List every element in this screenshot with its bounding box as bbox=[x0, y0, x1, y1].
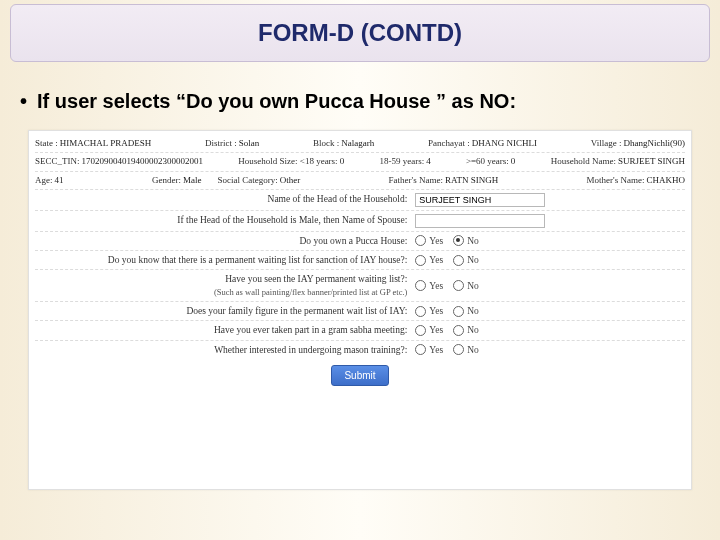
gram-label: Have you ever taken part in a gram sabha… bbox=[35, 324, 415, 336]
block-label: Block : bbox=[313, 138, 339, 149]
pucca-yes-radio[interactable]: Yes bbox=[415, 235, 443, 247]
title-text: FORM-D (CONTD) bbox=[258, 19, 462, 47]
radio-icon bbox=[453, 325, 464, 336]
form-screenshot: State :HIMACHAL PRADESH District :Solan … bbox=[28, 130, 692, 490]
info-row-1: State :HIMACHAL PRADESH District :Solan … bbox=[35, 135, 685, 153]
block-value: Nalagarh bbox=[341, 138, 374, 149]
yes-label: Yes bbox=[429, 280, 443, 292]
seen-label: Have you seen the IAY permanent waiting … bbox=[35, 273, 415, 298]
no-label: No bbox=[467, 305, 479, 317]
village-value: DhangNichli(90) bbox=[624, 138, 685, 149]
spouse-input[interactable] bbox=[415, 214, 545, 228]
no-label: No bbox=[467, 324, 479, 336]
pucca-no-radio[interactable]: No bbox=[453, 235, 479, 247]
gram-no-radio[interactable]: No bbox=[453, 324, 479, 336]
age60-cell: >=60 years:0 bbox=[466, 156, 515, 167]
yes-label: Yes bbox=[429, 324, 443, 336]
social-cell: Social Category:Other bbox=[217, 175, 300, 186]
hhsize-value: 0 bbox=[340, 156, 345, 167]
seen-row: Have you seen the IAY permanent waiting … bbox=[35, 270, 685, 302]
radio-icon bbox=[415, 306, 426, 317]
radio-icon bbox=[415, 235, 426, 246]
radio-icon bbox=[415, 280, 426, 291]
state-value: HIMACHAL PRADESH bbox=[60, 138, 151, 149]
panchayat-value: DHANG NICHLI bbox=[472, 138, 537, 149]
panchayat-label: Panchayat : bbox=[428, 138, 470, 149]
social-value: Other bbox=[280, 175, 301, 186]
head-row: Name of the Head of the Household: bbox=[35, 190, 685, 211]
state-label: State : bbox=[35, 138, 58, 149]
bullet-text: If user selects “Do you own Pucca House … bbox=[37, 90, 516, 112]
yes-label: Yes bbox=[429, 254, 443, 266]
hhname-label: Household Name: bbox=[551, 156, 616, 167]
block-cell: Block :Nalagarh bbox=[313, 138, 374, 149]
age60-label: >=60 years: bbox=[466, 156, 509, 167]
bullet-line: •If user selects “Do you own Pucca House… bbox=[20, 90, 700, 113]
spouse-label: If the Head of the Household is Male, th… bbox=[35, 214, 415, 228]
mother-value: CHAKHO bbox=[646, 175, 685, 186]
figure-yes-radio[interactable]: Yes bbox=[415, 305, 443, 317]
figure-label: Does your family figure in the permanent… bbox=[35, 305, 415, 317]
mother-cell: Mother's Name:CHAKHO bbox=[587, 175, 685, 186]
hhname-cell: Household Name:SURJEET SINGH bbox=[551, 156, 685, 167]
age1859-cell: 18-59 years:4 bbox=[379, 156, 430, 167]
wait-no-radio[interactable]: No bbox=[453, 254, 479, 266]
village-cell: Village :DhangNichli(90) bbox=[591, 138, 685, 149]
age-cell: Age:41 bbox=[35, 175, 64, 186]
no-label: No bbox=[467, 280, 479, 292]
wait-yes-radio[interactable]: Yes bbox=[415, 254, 443, 266]
gender-label: Gender: bbox=[152, 175, 181, 186]
no-label: No bbox=[467, 235, 479, 247]
mason-row: Whether interested in undergoing mason t… bbox=[35, 341, 685, 359]
state-cell: State :HIMACHAL PRADESH bbox=[35, 138, 151, 149]
seen-label-text: Have you seen the IAY permanent waiting … bbox=[225, 274, 407, 284]
gram-yes-radio[interactable]: Yes bbox=[415, 324, 443, 336]
mason-no-radio[interactable]: No bbox=[453, 344, 479, 356]
radio-icon bbox=[453, 344, 464, 355]
bullet-dot: • bbox=[20, 90, 27, 113]
seen-yes-radio[interactable]: Yes bbox=[415, 280, 443, 292]
radio-icon bbox=[453, 235, 464, 246]
wait-label: Do you know that there is a permanent wa… bbox=[35, 254, 415, 266]
submit-row: Submit bbox=[35, 359, 685, 386]
hhsize-label: Household Size: <18 years: bbox=[238, 156, 337, 167]
radio-icon bbox=[453, 255, 464, 266]
title-bar: FORM-D (CONTD) bbox=[10, 4, 710, 62]
radio-icon bbox=[453, 306, 464, 317]
seen-no-radio[interactable]: No bbox=[453, 280, 479, 292]
district-label: District : bbox=[205, 138, 237, 149]
district-value: Solan bbox=[239, 138, 260, 149]
radio-icon bbox=[453, 280, 464, 291]
age-value: 41 bbox=[55, 175, 64, 186]
pucca-row: Do you own a Pucca House: Yes No bbox=[35, 232, 685, 251]
village-label: Village : bbox=[591, 138, 622, 149]
yes-label: Yes bbox=[429, 305, 443, 317]
social-label: Social Category: bbox=[217, 175, 277, 186]
no-label: No bbox=[467, 254, 479, 266]
tin-value: 170209004019400002300002001 bbox=[82, 156, 204, 167]
slide: FORM-D (CONTD) •If user selects “Do you … bbox=[0, 0, 720, 540]
mason-label: Whether interested in undergoing mason t… bbox=[35, 344, 415, 356]
gender-value: Male bbox=[183, 175, 202, 186]
mother-label: Mother's Name: bbox=[587, 175, 645, 186]
pucca-label: Do you own a Pucca House: bbox=[35, 235, 415, 247]
head-input[interactable] bbox=[415, 193, 545, 207]
age1859-label: 18-59 years: bbox=[379, 156, 424, 167]
spouse-row: If the Head of the Household is Male, th… bbox=[35, 211, 685, 232]
radio-icon bbox=[415, 325, 426, 336]
radio-icon bbox=[415, 344, 426, 355]
figure-row: Does your family figure in the permanent… bbox=[35, 302, 685, 321]
gender-cell: Gender:Male bbox=[152, 175, 202, 186]
father-cell: Father's Name:RATN SINGH bbox=[389, 175, 499, 186]
figure-no-radio[interactable]: No bbox=[453, 305, 479, 317]
info-row-3: Age:41 Gender:Male Social Category:Other… bbox=[35, 172, 685, 190]
father-value: RATN SINGH bbox=[445, 175, 498, 186]
no-label: No bbox=[467, 344, 479, 356]
gram-row: Have you ever taken part in a gram sabha… bbox=[35, 321, 685, 340]
father-label: Father's Name: bbox=[389, 175, 443, 186]
yes-label: Yes bbox=[429, 235, 443, 247]
submit-button[interactable]: Submit bbox=[331, 365, 388, 386]
hhname-value: SURJEET SINGH bbox=[618, 156, 685, 167]
panchayat-cell: Panchayat :DHANG NICHLI bbox=[428, 138, 537, 149]
mason-yes-radio[interactable]: Yes bbox=[415, 344, 443, 356]
